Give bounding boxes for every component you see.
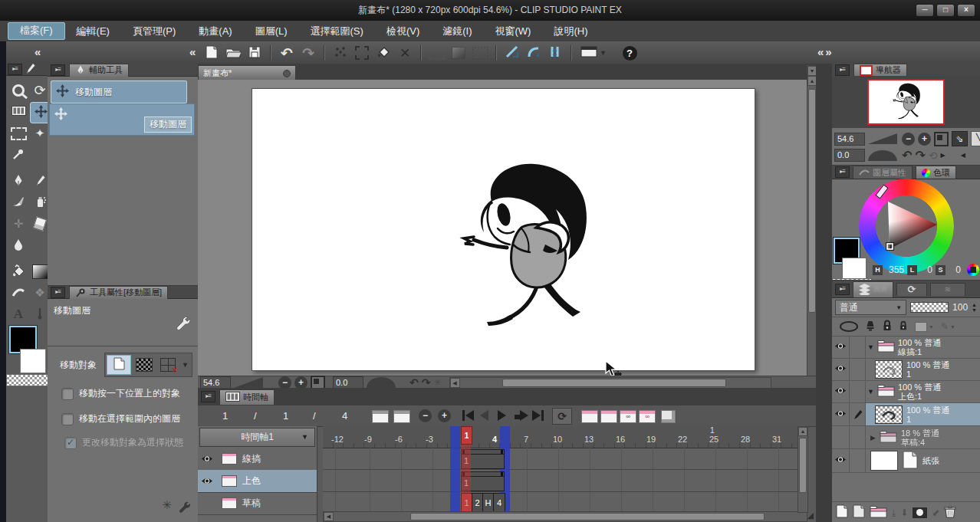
layer-property-tab[interactable]: 圖層屬性	[853, 166, 913, 179]
opacity-spinner-icon[interactable]: ▲▼	[972, 302, 977, 313]
navigator-zoom-value[interactable]: 54.6	[834, 133, 865, 146]
reference-layer-icon[interactable]	[865, 320, 876, 333]
navigator-fit-button[interactable]	[934, 132, 949, 146]
prev-frame-button[interactable]	[480, 410, 488, 421]
canvas-tab[interactable]: 新畫布*	[198, 65, 296, 81]
target-grid-button[interactable]: ✕	[157, 356, 179, 374]
checkbox-change-target[interactable]: ✓	[64, 437, 77, 449]
track-visibility-eye-icon[interactable]	[198, 477, 216, 485]
merge-down-icon[interactable]: ⤓	[892, 507, 896, 518]
layer-visibility-icon[interactable]	[834, 409, 847, 420]
right-collapse[interactable]: « »	[817, 45, 832, 58]
new-layer-alt-button[interactable]	[853, 504, 865, 520]
layer-visibility-icon[interactable]	[834, 386, 847, 397]
navigator-reset-icon[interactable]: ⟲	[929, 149, 938, 162]
subtool-panel-menu-icon[interactable]: ▸≡	[51, 64, 65, 76]
unlink-cel-button[interactable]: ∞	[639, 410, 656, 423]
navigator-zoom-slider[interactable]	[868, 133, 897, 144]
timeline-hscroll-left-icon[interactable]: ◀	[324, 512, 334, 521]
subtool-item-move-layer[interactable]: 移動圖層	[49, 103, 195, 136]
track-row-draft[interactable]: 草稿	[198, 492, 317, 515]
zoom-slider[interactable]	[234, 377, 263, 388]
transparent-color-swatch[interactable]	[6, 374, 48, 386]
reset-view-icon[interactable]: ✳	[433, 377, 441, 388]
flip-horizontal-view-button[interactable]: ⇘	[952, 131, 968, 146]
collapse-icon[interactable]: ▶	[870, 434, 876, 442]
timeline-selector[interactable]: 時間軸1 ▼	[199, 428, 315, 447]
loop-play-button[interactable]: ⟳	[552, 408, 572, 425]
navigator-rotate-ccw-icon[interactable]: ↶	[902, 148, 912, 163]
layer-row-paper[interactable]: 紙張	[832, 449, 980, 473]
color-panel-menu-icon[interactable]: ▸≡	[835, 166, 850, 178]
deselect-button[interactable]	[331, 44, 350, 62]
layer-search-tab[interactable]: ≋	[930, 283, 965, 296]
menu-animation[interactable]: 動畫(A)	[187, 23, 243, 39]
subtool-tab[interactable]: 輔助工具	[69, 64, 129, 77]
corner-arrow-a-icon[interactable]: ▶	[941, 152, 945, 159]
go-last-button[interactable]	[532, 410, 544, 421]
navigator-tab[interactable]: 導航器	[853, 64, 907, 77]
current-frame-value[interactable]: 1	[222, 410, 228, 422]
lock-transparent-icon[interactable]	[899, 320, 907, 332]
new-layer-button[interactable]	[836, 504, 848, 520]
menu-page[interactable]: 頁管理(P)	[121, 23, 187, 39]
canvas-zoom-value[interactable]: 54.6	[200, 376, 231, 389]
timeline-zoom-in-button[interactable]: +	[438, 409, 451, 422]
menu-view[interactable]: 檢視(V)	[375, 23, 431, 39]
target-dropdown-icon[interactable]: ▼	[180, 361, 190, 369]
flip-vertical-button[interactable]	[449, 44, 469, 62]
tool-zoom[interactable]	[8, 80, 28, 100]
canvas-page[interactable]	[252, 88, 755, 371]
tool-blend[interactable]	[8, 235, 28, 255]
help-button[interactable]: ?	[620, 44, 640, 62]
timeline-vscroll-thumb[interactable]	[799, 438, 807, 493]
checkbox-move-clicked[interactable]	[61, 388, 74, 400]
canvas-hscrollbar[interactable]: ◀	[449, 377, 771, 389]
navigator-preview-area[interactable]	[832, 76, 980, 128]
layer-visibility-icon[interactable]	[834, 342, 847, 353]
delete-layer-button[interactable]	[944, 505, 956, 520]
timeline-menu-icon[interactable]: ▸≡	[201, 391, 215, 402]
hscroll-thumb[interactable]	[502, 379, 726, 387]
start-frame-value[interactable]: 1	[283, 410, 288, 422]
sub-color-swatch[interactable]	[842, 258, 867, 281]
menu-layer[interactable]: 圖層(L)	[244, 23, 299, 39]
layer-row-color-folder[interactable]: ▼ 100 % 普通上色:1	[832, 381, 980, 403]
menu-file[interactable]: 檔案(F)	[8, 22, 65, 40]
cel-3[interactable]: H	[483, 493, 494, 513]
tool-text[interactable]: A	[8, 304, 28, 324]
close-button[interactable]: ×	[957, 4, 975, 17]
range-start-marker[interactable]	[450, 426, 460, 514]
subtool-group-header[interactable]: 移動圖層	[51, 80, 187, 103]
target-layer-button[interactable]	[107, 355, 131, 375]
timeline-vscroll-up-icon[interactable]: ▲	[798, 427, 807, 436]
lock-layer-icon[interactable]	[883, 320, 892, 333]
snap-ruler-button[interactable]	[502, 44, 522, 62]
minimize-button[interactable]: ─	[916, 4, 934, 17]
link-cel-button[interactable]: ∞	[620, 410, 636, 423]
track-visibility-eye-icon[interactable]	[198, 455, 216, 463]
layer-row-lineart-cel[interactable]: 100 % 普通1	[832, 359, 980, 381]
opacity-slider[interactable]	[910, 302, 949, 313]
cel-display-button[interactable]	[393, 410, 410, 423]
blend-mode-select[interactable]: 普通 ▼	[835, 300, 906, 315]
color-set-icon[interactable]	[967, 264, 979, 276]
timeline-tab[interactable]: 時間軸	[219, 389, 275, 405]
target-transparent-button[interactable]	[133, 356, 156, 374]
expand-icon[interactable]: ▼	[867, 343, 874, 351]
resize-grip-icon[interactable]: ◢	[807, 511, 814, 520]
snap-grid-button[interactable]	[545, 44, 565, 62]
hscroll-left-icon[interactable]: ◀	[450, 378, 460, 388]
tool-selection[interactable]	[8, 123, 28, 143]
playhead-marker[interactable]: 1	[461, 426, 472, 445]
rotation-slider[interactable]	[367, 377, 396, 388]
select-from-layer-button[interactable]	[352, 44, 372, 62]
onion-skin-button[interactable]	[372, 410, 389, 423]
track-row-color[interactable]: 上色	[198, 470, 317, 493]
menu-filter[interactable]: 濾鏡(I)	[431, 23, 483, 39]
menu-selection[interactable]: 選擇範圍(S)	[299, 23, 375, 39]
animation-cels-tab[interactable]: ⟳	[896, 283, 927, 296]
play-button[interactable]	[498, 410, 506, 421]
screen-mode-button[interactable]: ▼	[577, 44, 610, 62]
layers-tab[interactable]: 圖層	[853, 281, 893, 297]
